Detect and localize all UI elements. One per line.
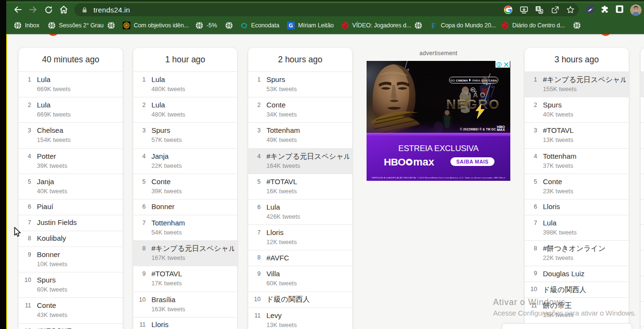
trend-row[interactable]: 7Justin Fields: [19, 215, 123, 231]
ad-banner[interactable]: DOCINEMAPARA SUACASA DC ADÃO NEGRO © 202…: [367, 61, 510, 181]
trend-row[interactable]: 1Lula669K tweets: [19, 72, 123, 97]
bookmark-item[interactable]: VÍDEO: Jogadores d...: [341, 18, 411, 33]
reload-button[interactable]: [42, 3, 55, 16]
trend-row[interactable]: 5Conte39K tweets: [133, 174, 237, 200]
bookmark-item[interactable]: FCopa do Mundo 20...: [430, 18, 496, 33]
trend-row[interactable]: 8#餅つきオンライン22K tweets: [525, 241, 629, 266]
trend-row[interactable]: 9Douglas Luiz: [525, 266, 629, 282]
trend-row[interactable]: 10ド級の関西人: [248, 292, 352, 308]
trend-name[interactable]: Lloris: [543, 202, 626, 211]
trend-row[interactable]: 11餅の帝王15K tweets: [525, 298, 629, 323]
trend-name[interactable]: #AVFC: [266, 254, 349, 262]
trend-row[interactable]: [641, 123, 644, 148]
trend-row[interactable]: 5Janja40K tweets: [19, 174, 123, 200]
bookmark-star-icon[interactable]: [566, 5, 575, 14]
trend-row[interactable]: 7Lula398K tweets: [525, 215, 629, 241]
trend-row[interactable]: [641, 174, 644, 200]
trend-row[interactable]: 1Spurs53K tweets: [248, 72, 352, 97]
adchoices-icon[interactable]: [495, 61, 503, 68]
trend-row[interactable]: 2Spurs40K tweets: [525, 97, 629, 123]
trend-row[interactable]: 9#TOTAVL17K tweets: [133, 266, 237, 292]
trend-row[interactable]: 3Spurs57K tweets: [133, 123, 237, 148]
trend-name[interactable]: Chelsea: [37, 126, 120, 134]
bookmark-item[interactable]: Sessões 2° Grau: [48, 18, 104, 33]
trend-row[interactable]: 4Tottenham37K tweets: [525, 149, 629, 174]
trend-name[interactable]: Tottenham: [543, 152, 626, 160]
trend-name[interactable]: Potter: [37, 152, 120, 160]
trend-name[interactable]: Koulibaly: [37, 234, 120, 242]
trend-name[interactable]: Villa: [266, 270, 349, 278]
trend-name[interactable]: #キンプる元日スペシャル: [543, 75, 626, 84]
trend-name[interactable]: Piauí: [37, 202, 120, 211]
trend-name[interactable]: #TOTAVL: [543, 126, 626, 134]
trend-row[interactable]: 4Potter39K tweets: [19, 149, 123, 174]
trend-row[interactable]: [641, 276, 644, 302]
url-text[interactable]: trends24.in: [93, 6, 130, 14]
trend-row[interactable]: 7Tottenham54K tweets: [133, 215, 237, 241]
trend-row[interactable]: 8#キンプる元日スペシャル167K tweets: [133, 241, 237, 266]
bookmark-item[interactable]: -5%: [196, 18, 217, 33]
trend-name[interactable]: Conte: [151, 177, 234, 186]
bookmark-item[interactable]: Econodata: [240, 18, 279, 33]
trend-name[interactable]: Janja: [151, 152, 234, 160]
trend-name[interactable]: Justin Fields: [37, 218, 120, 226]
trend-name[interactable]: #TOTAVL: [266, 177, 349, 186]
cookie-banner-edge[interactable]: [502, 323, 632, 329]
bookmark-item[interactable]: GMíriam Leitão: [287, 18, 334, 33]
trend-row[interactable]: [641, 225, 644, 250]
trend-name[interactable]: ド級の関西人: [543, 285, 626, 294]
trend-row[interactable]: 8#AVFC: [248, 250, 352, 266]
translate-icon[interactable]: [535, 5, 544, 14]
trend-row[interactable]: [641, 200, 644, 225]
trend-name[interactable]: #キンプる元日スペシャル: [266, 152, 349, 161]
trend-name[interactable]: Spurs: [151, 126, 234, 134]
forward-button[interactable]: [26, 3, 40, 16]
trend-row[interactable]: 6Lula426K tweets: [248, 200, 352, 225]
trend-row[interactable]: 10Spurs60K tweets: [19, 272, 123, 298]
lightshot-extension-icon[interactable]: [586, 5, 594, 15]
trend-name[interactable]: 餅の帝王: [543, 301, 626, 310]
trend-name[interactable]: Conte: [543, 177, 626, 186]
trend-row[interactable]: 10ド級の関西人: [525, 282, 629, 298]
extensions-puzzle-icon[interactable]: [600, 5, 609, 15]
trend-row[interactable]: 11Conte43K tweets: [19, 298, 123, 323]
trend-row[interactable]: 6Piauí: [19, 200, 123, 215]
trend-name[interactable]: Spurs: [543, 101, 626, 109]
bookmark-item[interactable]: Com objetivos idên...: [123, 18, 189, 33]
trend-row[interactable]: 6Bonner: [133, 200, 237, 215]
trend-row[interactable]: 1#キンプる元日スペシャル155K tweets: [525, 72, 629, 97]
trend-name[interactable]: #餅つきオンライン: [543, 244, 626, 253]
bookmark-item[interactable]: Diário do Centro d...: [501, 18, 565, 33]
trend-name[interactable]: Lula: [543, 219, 626, 227]
trend-name[interactable]: Conte: [37, 301, 120, 309]
bookmark-item[interactable]: [414, 18, 422, 33]
trend-row[interactable]: 3#TOTAVL13K tweets: [525, 123, 629, 148]
lock-icon[interactable]: [82, 7, 87, 13]
trend-row[interactable]: 6Lloris: [525, 200, 629, 215]
trend-row[interactable]: 8Koulibaly: [19, 231, 123, 247]
trend-name[interactable]: Lloris: [266, 228, 349, 236]
trend-row[interactable]: [641, 97, 644, 123]
trend-name[interactable]: Levy: [266, 311, 349, 319]
trend-row[interactable]: 2Lula480K tweets: [133, 97, 237, 123]
trend-name[interactable]: Bonner: [151, 202, 234, 211]
trend-name[interactable]: ド級の関西人: [266, 295, 349, 304]
trend-name[interactable]: Janja: [37, 177, 120, 186]
trend-row[interactable]: 4Janja22K tweets: [133, 149, 237, 174]
ad-close-icon[interactable]: [503, 61, 510, 68]
saiba-mais-button[interactable]: SAIBA MAIS: [450, 157, 494, 166]
trend-row[interactable]: 5#TOTAVL16K tweets: [248, 174, 352, 200]
home-button[interactable]: [57, 3, 70, 16]
profile-avatar[interactable]: [630, 4, 642, 16]
trend-row[interactable]: 3Chelsea154K tweets: [19, 123, 123, 148]
trend-name[interactable]: Tottenham: [151, 219, 234, 227]
trend-name[interactable]: Bonner: [37, 250, 120, 258]
trend-row[interactable]: 2Conte34K tweets: [248, 97, 352, 123]
trend-name[interactable]: Lula: [37, 75, 120, 83]
trend-name[interactable]: Lloris: [151, 320, 234, 329]
bookmark-item[interactable]: Inbox: [14, 18, 39, 33]
trend-name[interactable]: Lula: [37, 101, 120, 109]
back-button[interactable]: [11, 3, 24, 16]
trend-row[interactable]: 11Levy13K tweets: [248, 308, 352, 329]
bookmark-item[interactable]: [225, 18, 233, 33]
